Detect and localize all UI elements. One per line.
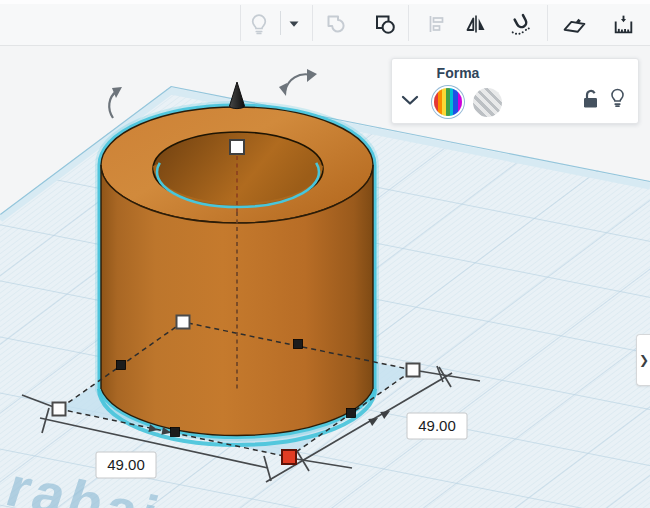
corner-scale-handle-back[interactable] <box>177 316 190 329</box>
snap-magnet-icon[interactable] <box>508 11 534 37</box>
toolbar-separator <box>408 5 409 41</box>
top-toolbar <box>0 0 650 46</box>
corner-scale-handle-right[interactable] <box>407 364 420 377</box>
height-scale-cone[interactable] <box>230 82 245 109</box>
hide-bulb-icon[interactable] <box>246 11 272 37</box>
show-bulb-icon[interactable] <box>607 85 628 115</box>
mirror-icon[interactable] <box>463 11 489 37</box>
toolbar-split-divider <box>280 11 281 35</box>
shape-inspector-panel: Forma <box>391 58 639 124</box>
ungroup-icon[interactable] <box>372 11 398 37</box>
toolbar-separator <box>547 5 548 41</box>
unlock-icon[interactable] <box>582 88 599 114</box>
collapse-chevron-icon[interactable] <box>401 92 419 110</box>
toolbar-separator <box>240 5 241 41</box>
align-icon[interactable] <box>424 11 450 37</box>
svg-text:49.00: 49.00 <box>418 417 456 434</box>
rotate-handle-right[interactable] <box>279 69 317 96</box>
chevron-right-icon: ❯ <box>639 353 649 367</box>
active-corner-handle[interactable] <box>282 450 296 464</box>
corner-scale-handle-left[interactable] <box>53 403 66 416</box>
height-handle[interactable] <box>230 140 244 154</box>
expand-panel-tab[interactable]: ❯ <box>636 334 650 386</box>
ruler-tool-icon[interactable] <box>610 11 636 37</box>
dimension-label-right[interactable]: 49.00 <box>407 413 467 439</box>
dropdown-caret-icon[interactable] <box>286 11 302 37</box>
dimension-label-left[interactable]: 49.00 <box>96 452 156 478</box>
group-icon[interactable] <box>323 11 349 37</box>
svg-text:49.00: 49.00 <box>107 456 145 473</box>
rotate-handle-left[interactable] <box>109 87 122 118</box>
color-swatch-rainbow[interactable] <box>434 88 462 116</box>
panel-title: Forma <box>418 65 498 81</box>
toolbar-separator <box>312 5 313 41</box>
transparent-swatch[interactable] <box>473 88 502 117</box>
workplane-tool-icon[interactable] <box>561 11 587 37</box>
